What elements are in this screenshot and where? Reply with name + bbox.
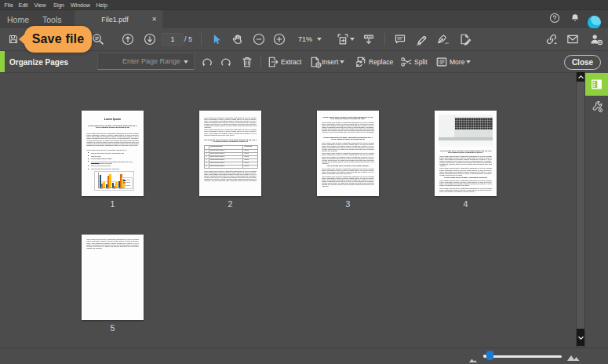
thumb-content-element: Lorem — [242, 153, 257, 155]
menu-edit[interactable]: Edit — [19, 2, 28, 8]
thumb-content-element: Lorem ipsum dolor sit amet, consectetur … — [204, 170, 257, 181]
thumb-content-element — [123, 184, 126, 187]
split-icon[interactable] — [400, 55, 413, 68]
tools-wrench-icon[interactable] — [585, 96, 608, 118]
more-caret-icon[interactable] — [466, 60, 471, 64]
thumb-content-element: LLorem ipsum dolor sLorem — [205, 158, 258, 162]
zoom-in-mountains-icon[interactable] — [566, 351, 581, 364]
zoom-caret-icon[interactable] — [317, 38, 322, 41]
thumb-content-element — [100, 173, 105, 187]
comment-icon[interactable] — [394, 33, 407, 46]
insert-caret-icon[interactable] — [340, 60, 344, 64]
thumb-content-element: Lorem ipsum dolor sit amet, co — [91, 158, 111, 159]
scroll-down-icon[interactable] — [577, 329, 584, 346]
more-button[interactable]: More — [450, 58, 464, 66]
thumb-heading: Lorem ipsum dolor sit amet, consectetur … — [439, 150, 491, 154]
page-range-combobox[interactable] — [97, 53, 195, 70]
thumb-content-element — [454, 118, 493, 129]
thumb-heading: Lorem ipsum dolor sit amet, consectetur … — [323, 165, 373, 166]
insert-button[interactable]: Insert — [322, 58, 338, 66]
highlight-icon[interactable] — [415, 33, 428, 46]
user-avatar[interactable] — [588, 16, 601, 29]
zoom-slider-thumb[interactable] — [486, 351, 493, 360]
thumb-content-element: L — [206, 156, 208, 158]
document-tab[interactable]: File1.pdf ✕ — [75, 10, 162, 28]
share-with-others-icon[interactable] — [589, 33, 603, 46]
vertical-scrollbar[interactable] — [576, 72, 585, 348]
page-thumbnail-3[interactable]: Lorem ipsum dolor sit amet, consectetur … — [317, 111, 379, 196]
insert-icon[interactable] — [309, 55, 322, 68]
select-tool-icon[interactable] — [211, 33, 223, 46]
hand-tool-icon[interactable] — [231, 33, 244, 46]
ribbon-title: Organize Pages — [9, 57, 68, 66]
thumb-content-element — [88, 161, 89, 162]
zoom-in-icon[interactable] — [273, 33, 286, 46]
extract-icon[interactable] — [267, 55, 280, 68]
menu-file[interactable]: File — [5, 2, 13, 8]
zoom-slider-track[interactable] — [484, 355, 562, 358]
page-thumbnail-4[interactable]: Lorem ipsum dolor sit amet, consectetur … — [435, 111, 497, 196]
page-thumbnail-2[interactable]: Lorem ipsum dolor sit amet, consectetur … — [199, 111, 261, 196]
zoom-out-icon[interactable] — [253, 33, 265, 46]
sign-document-icon[interactable] — [436, 33, 450, 46]
zoom-out-mountain-icon[interactable] — [468, 352, 478, 364]
thumb-content-element: Lorem ipsum dolor sit amet, consectetur … — [323, 165, 373, 166]
menu-view[interactable]: View — [35, 2, 46, 8]
thumb-content-element: Lorem — [242, 156, 257, 158]
thumb-content-element — [106, 173, 111, 187]
fit-width-icon[interactable] — [362, 33, 376, 46]
page-thumbnail-1[interactable]: Lorem IpsumLorem ipsum dolor sit amet, c… — [82, 111, 144, 196]
document-tab-close-icon[interactable]: ✕ — [151, 16, 157, 23]
close-organize-button[interactable]: Close — [564, 55, 601, 70]
thumb-content-element: Lorem ipsum dolor sit amet, consectetur … — [322, 168, 375, 174]
thumb-content-element: Lore — [118, 188, 122, 190]
zoom-level-value[interactable]: 71% — [298, 35, 312, 43]
scroll-up-icon[interactable] — [577, 72, 584, 82]
edit-page-icon[interactable] — [459, 33, 472, 46]
fit-page-caret-icon[interactable] — [350, 38, 355, 41]
previous-page-icon[interactable] — [122, 33, 134, 46]
email-icon[interactable] — [566, 33, 580, 46]
redo-icon[interactable] — [220, 55, 233, 68]
delete-pages-icon[interactable] — [241, 55, 254, 68]
thumb-content-element: Lorem — [244, 159, 257, 161]
menu-help[interactable]: Help — [96, 2, 107, 8]
page-thumbnail-5[interactable]: Lorem ipsum dolor sit amet, consectetur … — [82, 235, 144, 320]
thumb-content-element: Lorem ipsum dolor s — [210, 166, 242, 167]
thumb-paragraph: Lorem ipsum dolor sit amet, consectetur … — [322, 142, 375, 151]
page-range-caret-icon[interactable] — [184, 60, 188, 64]
notification-bell-icon[interactable] — [570, 13, 581, 27]
split-button[interactable]: Split — [414, 58, 428, 66]
thumb-content-element: L — [206, 162, 208, 164]
share-link-icon[interactable] — [545, 33, 559, 46]
replace-button[interactable]: Replace — [369, 58, 393, 66]
thumb-content-element: Lorem — [242, 166, 257, 168]
page-range-input[interactable] — [98, 53, 192, 69]
menu-window[interactable]: Window — [71, 2, 90, 8]
organize-pages-tool-active-icon[interactable] — [585, 73, 608, 96]
thumb-content-element: Lorem ips — [242, 146, 257, 149]
thumb-content-element: Lorem — [244, 150, 257, 151]
next-page-icon[interactable] — [144, 33, 156, 46]
tab-home[interactable]: Home — [7, 10, 29, 28]
save-icon[interactable] — [8, 34, 19, 46]
thumb-content-element: Lorem ipsum dolo — [88, 155, 140, 157]
fit-page-icon[interactable] — [337, 33, 350, 46]
thumb-paragraph: Lorem ipsum dolor sit amet, consectetur … — [439, 167, 493, 175]
undo-icon[interactable] — [201, 55, 214, 68]
more-icon[interactable] — [435, 55, 449, 68]
thumb-content-element: Lorem — [123, 184, 131, 187]
thumb-content-element: Lorem — [242, 162, 257, 165]
thumb-content-element: Lorem ipsum dolor sit amet, consectetur … — [86, 149, 132, 151]
menu-sign[interactable]: Sign — [53, 2, 64, 8]
extract-button[interactable]: Extract — [281, 58, 301, 66]
marquee-zoom-icon[interactable] — [92, 33, 105, 46]
thumb-heading: Lorem ipsum dolor sit amet, consectetur … — [322, 116, 373, 120]
replace-icon[interactable] — [355, 55, 368, 68]
thumb-content-element: Lorem — [242, 159, 257, 162]
thumb-content-element — [88, 158, 89, 159]
scrollbar-thumb[interactable] — [577, 82, 584, 329]
page-number-input[interactable]: 1 — [162, 33, 184, 46]
help-icon[interactable] — [549, 13, 560, 27]
thumb-content-element: Lorem ipsum dolor sit amet, consectetur … — [322, 152, 375, 163]
